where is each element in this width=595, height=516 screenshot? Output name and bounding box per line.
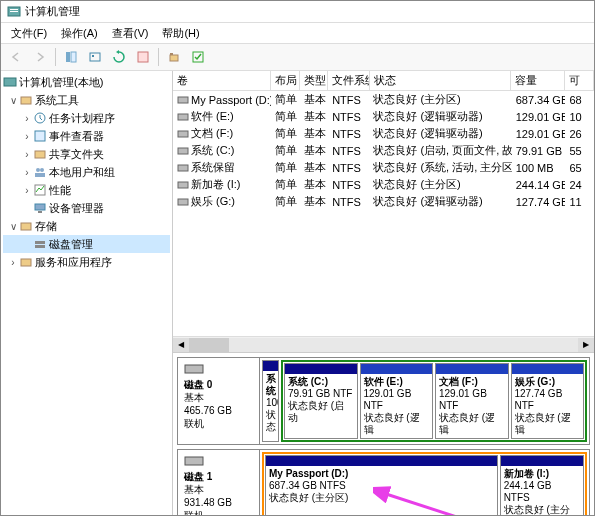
expand-icon[interactable]: › (21, 131, 33, 142)
expand-icon[interactable]: ∨ (7, 95, 19, 106)
svg-rect-29 (178, 148, 188, 154)
col-fs[interactable]: 文件系统 (328, 71, 369, 90)
col-type[interactable]: 类型 (300, 71, 329, 90)
window-title: 计算机管理 (25, 4, 80, 19)
tb-btn-4[interactable] (132, 46, 154, 68)
menu-view[interactable]: 查看(V) (106, 24, 155, 43)
disk-map: 磁盘 0 基本 465.76 GB 联机 系统100状态 系统 (C:)79.9… (173, 353, 594, 515)
partition[interactable]: 文档 (F:)129.01 GB NTF状态良好 (逻辑 (435, 363, 509, 439)
list-header: 卷 布局 类型 文件系统 状态 容量 可 (173, 71, 594, 91)
menu-help[interactable]: 帮助(H) (156, 24, 205, 43)
svg-rect-18 (35, 173, 45, 177)
tree-localusers[interactable]: › 本地用户和组 (3, 163, 170, 181)
tb-btn-6[interactable] (187, 46, 209, 68)
tb-btn-5[interactable] (163, 46, 185, 68)
tree-perf[interactable]: › 性能 (3, 181, 170, 199)
svg-rect-27 (178, 114, 188, 120)
toolbar (1, 43, 594, 71)
tb-btn-1[interactable] (60, 46, 82, 68)
disk-icon (184, 454, 204, 468)
list-item[interactable]: 系统保留简单基本NTFS状态良好 (系统, 活动, 主分区)100 MB65 (173, 159, 594, 176)
tb-btn-2[interactable] (84, 46, 106, 68)
col-layout[interactable]: 布局 (271, 71, 300, 90)
col-status[interactable]: 状态 (370, 71, 512, 90)
svg-rect-3 (66, 52, 70, 62)
tree-systools[interactable]: ∨ 系统工具 (3, 91, 170, 109)
app-icon (7, 5, 21, 19)
svg-point-16 (36, 168, 40, 172)
tree-tasksched[interactable]: › 任务计划程序 (3, 109, 170, 127)
col-volume[interactable]: 卷 (173, 71, 271, 90)
disk-1-label: 磁盘 1 基本 931.48 GB 联机 (178, 450, 260, 515)
partition[interactable]: 新加卷 (I:)244.14 GB NTFS状态良好 (主分区) (500, 455, 584, 515)
col-free[interactable]: 可 (565, 71, 594, 90)
svg-rect-2 (10, 11, 18, 12)
svg-rect-26 (178, 97, 188, 103)
svg-rect-5 (90, 53, 100, 61)
col-capacity[interactable]: 容量 (511, 71, 565, 90)
svg-rect-1 (10, 9, 18, 10)
list-item[interactable]: 软件 (E:)简单基本NTFS状态良好 (逻辑驱动器)129.01 GB10 (173, 108, 594, 125)
scroll-left-icon[interactable]: ◀ (173, 338, 189, 352)
svg-rect-9 (170, 53, 173, 55)
expand-icon[interactable]: › (21, 167, 33, 178)
svg-rect-24 (35, 245, 45, 248)
list-item[interactable]: 系统 (C:)简单基本NTFS状态良好 (启动, 页面文件, 故障转储, 主分区… (173, 142, 594, 159)
partition[interactable]: 娱乐 (G:)127.74 GB NTF状态良好 (逻辑 (511, 363, 585, 439)
disk-0-row[interactable]: 磁盘 0 基本 465.76 GB 联机 系统100状态 系统 (C:)79.9… (177, 357, 590, 445)
menu-file[interactable]: 文件(F) (5, 24, 53, 43)
svg-rect-4 (71, 52, 76, 62)
partition[interactable]: 系统100状态 (262, 360, 279, 442)
disk-0-label: 磁盘 0 基本 465.76 GB 联机 (178, 358, 260, 444)
expand-icon[interactable]: › (7, 257, 19, 268)
svg-rect-31 (178, 182, 188, 188)
tree-diskmgmt[interactable]: 磁盘管理 (3, 235, 170, 253)
tree-services[interactable]: › 服务和应用程序 (3, 253, 170, 271)
svg-rect-14 (35, 131, 45, 141)
back-button[interactable] (5, 46, 27, 68)
svg-rect-15 (35, 151, 45, 158)
titlebar: 计算机管理 (1, 1, 594, 23)
svg-rect-30 (178, 165, 188, 171)
expand-icon[interactable]: › (21, 113, 33, 124)
h-scrollbar[interactable]: ◀ ▶ (173, 336, 594, 352)
list-item[interactable]: 新加卷 (I:)简单基本NTFS状态良好 (主分区)244.14 GB24 (173, 176, 594, 193)
nav-tree[interactable]: 计算机管理(本地) ∨ 系统工具 › 任务计划程序 › 事件查看器 › 共享文件… (1, 71, 173, 515)
partition[interactable]: 系统 (C:)79.91 GB NTF状态良好 (启动 (284, 363, 358, 439)
svg-rect-22 (21, 223, 31, 230)
refresh-button[interactable] (108, 46, 130, 68)
partition[interactable]: My Passport (D:)687.34 GB NTFS状态良好 (主分区) (265, 455, 498, 515)
disk-icon (184, 362, 204, 376)
svg-rect-32 (178, 199, 188, 205)
scroll-right-icon[interactable]: ▶ (578, 338, 594, 352)
svg-rect-23 (35, 241, 45, 244)
svg-rect-6 (92, 55, 94, 57)
svg-rect-7 (138, 52, 148, 62)
forward-button[interactable] (29, 46, 51, 68)
svg-rect-8 (170, 55, 178, 61)
partition[interactable]: 软件 (E:)129.01 GB NTF状态良好 (逻辑 (360, 363, 434, 439)
list-item[interactable]: My Passport (D:)简单基本NTFS状态良好 (主分区)687.34… (173, 91, 594, 108)
disk-1-row[interactable]: 磁盘 1 基本 931.48 GB 联机 My Passport (D:)687… (177, 449, 590, 515)
tree-storage[interactable]: ∨ 存储 (3, 217, 170, 235)
svg-rect-12 (21, 97, 31, 104)
expand-icon[interactable]: › (21, 149, 33, 160)
menu-action[interactable]: 操作(A) (55, 24, 104, 43)
svg-rect-11 (4, 78, 16, 86)
menubar: 文件(F) 操作(A) 查看(V) 帮助(H) (1, 23, 594, 43)
svg-rect-28 (178, 131, 188, 137)
svg-rect-34 (185, 457, 203, 465)
tree-root[interactable]: 计算机管理(本地) (3, 73, 170, 91)
svg-rect-25 (21, 259, 31, 266)
expand-icon[interactable]: ∨ (7, 221, 19, 232)
tree-shared[interactable]: › 共享文件夹 (3, 145, 170, 163)
svg-rect-33 (185, 365, 203, 373)
expand-icon[interactable]: › (21, 185, 33, 196)
list-item[interactable]: 文档 (F:)简单基本NTFS状态良好 (逻辑驱动器)129.01 GB26 (173, 125, 594, 142)
svg-rect-20 (35, 204, 45, 210)
tree-eventviewer[interactable]: › 事件查看器 (3, 127, 170, 145)
svg-rect-21 (38, 211, 42, 213)
list-item[interactable]: 娱乐 (G:)简单基本NTFS状态良好 (逻辑驱动器)127.74 GB11 (173, 193, 594, 210)
tree-devmgr[interactable]: 设备管理器 (3, 199, 170, 217)
volume-list[interactable]: 卷 布局 类型 文件系统 状态 容量 可 My Passport (D:)简单基… (173, 71, 594, 353)
